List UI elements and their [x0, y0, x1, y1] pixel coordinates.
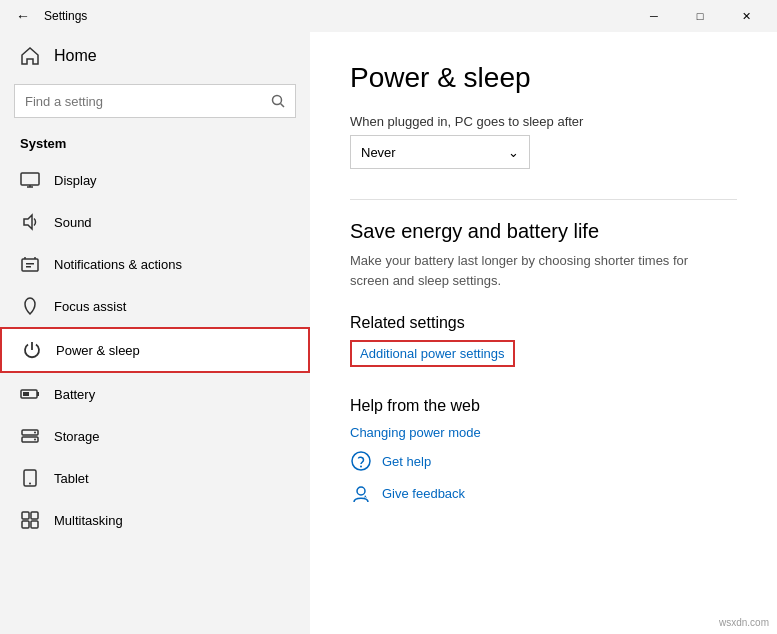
- get-help-icon: [350, 450, 372, 472]
- chevron-down-icon: ⌄: [508, 145, 519, 160]
- tablet-label: Tablet: [54, 471, 89, 486]
- related-settings-label: Related settings: [350, 314, 737, 332]
- home-label: Home: [54, 47, 97, 65]
- titlebar: ← Settings ─ □ ✕: [0, 0, 777, 32]
- svg-point-19: [29, 483, 31, 485]
- svg-rect-2: [21, 173, 39, 185]
- search-box[interactable]: [14, 84, 296, 118]
- sidebar-item-focus[interactable]: Focus assist: [0, 285, 310, 327]
- svg-point-0: [273, 96, 282, 105]
- battery-icon: [20, 384, 40, 404]
- back-button[interactable]: ←: [8, 0, 38, 32]
- page-title: Power & sleep: [350, 62, 737, 94]
- search-icon: [271, 94, 285, 108]
- additional-power-settings-link[interactable]: Additional power settings: [350, 340, 515, 367]
- sidebar-item-sound[interactable]: Sound: [0, 201, 310, 243]
- save-energy-desc: Make your battery last longer by choosin…: [350, 251, 730, 290]
- display-icon: [20, 170, 40, 190]
- give-feedback-item[interactable]: Give feedback: [350, 482, 737, 504]
- sleep-section-label: When plugged in, PC goes to sleep after: [350, 114, 737, 129]
- get-help-label: Get help: [382, 454, 431, 469]
- svg-rect-7: [26, 263, 34, 265]
- sleep-dropdown-value: Never: [361, 145, 396, 160]
- divider-1: [350, 199, 737, 200]
- svg-rect-8: [26, 266, 31, 268]
- sound-icon: [20, 212, 40, 232]
- svg-rect-12: [37, 392, 39, 396]
- svg-marker-5: [24, 215, 32, 229]
- multitasking-icon: [20, 510, 40, 530]
- svg-rect-20: [22, 512, 29, 519]
- changing-power-mode-link[interactable]: Changing power mode: [350, 425, 481, 440]
- power-icon: [22, 340, 42, 360]
- sidebar-item-storage[interactable]: Storage: [0, 415, 310, 457]
- give-feedback-icon: [350, 482, 372, 504]
- battery-label: Battery: [54, 387, 95, 402]
- svg-point-26: [357, 487, 365, 495]
- sound-label: Sound: [54, 215, 92, 230]
- svg-point-16: [34, 432, 36, 434]
- power-label: Power & sleep: [56, 343, 140, 358]
- give-feedback-label: Give feedback: [382, 486, 465, 501]
- svg-rect-23: [31, 521, 38, 528]
- sidebar-item-battery[interactable]: Battery: [0, 373, 310, 415]
- storage-label: Storage: [54, 429, 100, 444]
- tablet-icon: [20, 468, 40, 488]
- storage-icon: [20, 426, 40, 446]
- notifications-label: Notifications & actions: [54, 257, 182, 272]
- close-button[interactable]: ✕: [723, 0, 769, 32]
- minimize-button[interactable]: ─: [631, 0, 677, 32]
- content-area: Power & sleep When plugged in, PC goes t…: [310, 32, 777, 634]
- svg-point-25: [360, 466, 362, 468]
- svg-line-1: [281, 104, 285, 108]
- focus-icon: [20, 296, 40, 316]
- window-controls: ─ □ ✕: [631, 0, 769, 32]
- svg-rect-21: [31, 512, 38, 519]
- home-icon: [20, 46, 40, 66]
- get-help-item[interactable]: Get help: [350, 450, 737, 472]
- restore-button[interactable]: □: [677, 0, 723, 32]
- svg-rect-13: [23, 392, 29, 396]
- sidebar: Home System Display: [0, 32, 310, 634]
- help-heading: Help from the web: [350, 397, 737, 415]
- search-input[interactable]: [25, 94, 271, 109]
- focus-label: Focus assist: [54, 299, 126, 314]
- multitasking-label: Multitasking: [54, 513, 123, 528]
- home-nav-item[interactable]: Home: [0, 32, 310, 80]
- save-energy-heading: Save energy and battery life: [350, 220, 737, 243]
- notifications-icon: [20, 254, 40, 274]
- section-label: System: [0, 130, 310, 159]
- sidebar-item-notifications[interactable]: Notifications & actions: [0, 243, 310, 285]
- sidebar-item-display[interactable]: Display: [0, 159, 310, 201]
- svg-point-17: [34, 439, 36, 441]
- sleep-dropdown[interactable]: Never ⌄: [350, 135, 530, 169]
- sidebar-item-power[interactable]: Power & sleep: [0, 327, 310, 373]
- sidebar-item-multitasking[interactable]: Multitasking: [0, 499, 310, 541]
- svg-rect-6: [22, 259, 38, 271]
- watermark: wsxdn.com: [719, 617, 769, 628]
- sidebar-item-tablet[interactable]: Tablet: [0, 457, 310, 499]
- titlebar-title: Settings: [38, 9, 631, 23]
- svg-rect-22: [22, 521, 29, 528]
- main-layout: Home System Display: [0, 32, 777, 634]
- display-label: Display: [54, 173, 97, 188]
